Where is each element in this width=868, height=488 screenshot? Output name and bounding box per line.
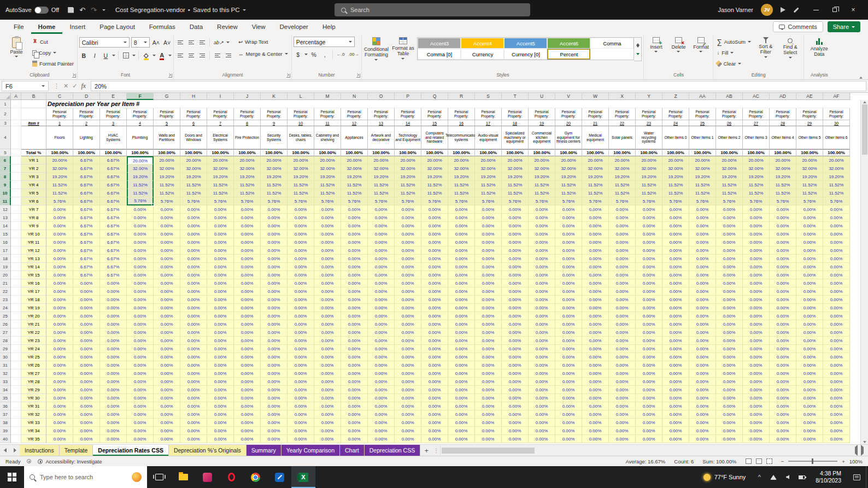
column-header-B[interactable]: B xyxy=(21,93,46,100)
cell-H9[interactable]: 11.52% xyxy=(180,181,207,189)
cell-T39[interactable]: 0.00% xyxy=(502,427,529,435)
cell-R11[interactable]: 5.76% xyxy=(448,197,475,205)
cell-N8[interactable]: 19.20% xyxy=(341,173,368,181)
cell-W32[interactable]: 0.00% xyxy=(582,369,609,378)
cell-E23[interactable]: 0.00% xyxy=(100,296,127,304)
cell[interactable] xyxy=(11,337,21,345)
insert-function-button[interactable]: fx xyxy=(81,82,86,90)
cell-V6[interactable]: 20.00% xyxy=(555,156,582,164)
cell-R6[interactable]: 20.00% xyxy=(448,156,475,164)
category-cell[interactable]: Other Items 1 xyxy=(689,126,716,149)
cell-C33[interactable]: 0.00% xyxy=(46,378,73,386)
cell-AB29[interactable]: 0.00% xyxy=(716,345,743,353)
cell-I14[interactable]: 0.00% xyxy=(207,222,234,230)
cell-I36[interactable]: 0.00% xyxy=(207,402,234,410)
cell-AC32[interactable]: 0.00% xyxy=(743,369,770,378)
cell-AE11[interactable]: 5.76% xyxy=(796,197,823,205)
column-header-Z[interactable]: Z xyxy=(662,93,689,100)
sheet-tab-yearly-comparison[interactable]: Yearly Comparison xyxy=(281,445,340,456)
cell-Z7[interactable]: 32.00% xyxy=(662,164,689,173)
cell[interactable] xyxy=(21,108,46,120)
cell-G38[interactable]: 0.00% xyxy=(154,419,180,427)
cell-P6[interactable]: 20.00% xyxy=(395,156,421,164)
cell-Z24[interactable]: 0.00% xyxy=(662,304,689,312)
cell-G20[interactable]: 0.00% xyxy=(154,271,180,279)
cell-D27[interactable]: 0.00% xyxy=(73,328,100,337)
cell-O23[interactable]: 0.00% xyxy=(368,296,395,304)
cell-P16[interactable]: 0.00% xyxy=(395,238,421,246)
cell-Y14[interactable]: 0.00% xyxy=(636,222,662,230)
cell-L23[interactable]: 0.00% xyxy=(288,296,314,304)
cell-G27[interactable]: 0.00% xyxy=(154,328,180,337)
clear-button[interactable]: Clear xyxy=(715,58,752,69)
cell-AB32[interactable]: 0.00% xyxy=(716,369,743,378)
cell-AA12[interactable]: 0.00% xyxy=(689,205,716,214)
cell-X26[interactable]: 0.00% xyxy=(609,320,636,328)
cell-T29[interactable]: 0.00% xyxy=(502,345,529,353)
cell[interactable] xyxy=(11,328,21,337)
align-center-button[interactable] xyxy=(186,50,196,61)
column-header-F[interactable]: F xyxy=(127,93,154,100)
cell-X34[interactable]: 0.00% xyxy=(609,386,636,394)
cell-D10[interactable]: 6.67% xyxy=(73,189,100,197)
year-label-cell[interactable]: YR 23 xyxy=(21,337,46,345)
cell-Z36[interactable]: 0.00% xyxy=(662,402,689,410)
cell-K10[interactable]: 11.52% xyxy=(261,189,288,197)
cell-S31[interactable]: 0.00% xyxy=(475,361,502,369)
cell-Q9[interactable]: 11.52% xyxy=(421,181,448,189)
cell-AD13[interactable]: 0.00% xyxy=(770,214,796,222)
cell-Q20[interactable]: 0.00% xyxy=(421,271,448,279)
cell-Z12[interactable]: 0.00% xyxy=(662,205,689,214)
cell-O34[interactable]: 0.00% xyxy=(368,386,395,394)
row-header-33[interactable]: 33 xyxy=(0,378,11,386)
cell-AE39[interactable]: 0.00% xyxy=(796,427,823,435)
cell-O18[interactable]: 0.00% xyxy=(368,255,395,263)
category-cell[interactable]: Other Items 5 xyxy=(796,126,823,149)
cell-AF39[interactable]: 0.00% xyxy=(823,427,850,435)
cell-AB40[interactable]: 0.00% xyxy=(716,435,743,443)
cell-M30[interactable]: 0.00% xyxy=(314,353,341,361)
cell-V30[interactable]: 0.00% xyxy=(555,353,582,361)
cell-M15[interactable]: 0.00% xyxy=(314,230,341,238)
sort-filter-button[interactable]: Sort &Filter xyxy=(754,36,777,68)
cell-J9[interactable]: 11.52% xyxy=(234,181,261,189)
cell-AB20[interactable]: 0.00% xyxy=(716,271,743,279)
cell-U37[interactable]: 0.00% xyxy=(529,410,555,419)
cell[interactable] xyxy=(11,246,21,255)
cell-U35[interactable]: 0.00% xyxy=(529,394,555,402)
category-cell[interactable]: Audio-visual equipment xyxy=(475,126,502,149)
cell-Q12[interactable]: 0.00% xyxy=(421,205,448,214)
ink-icon[interactable] xyxy=(794,7,799,13)
cell-Y32[interactable]: 0.00% xyxy=(636,369,662,378)
cell-W40[interactable]: 0.00% xyxy=(582,435,609,443)
paste-button[interactable]: Paste xyxy=(4,36,29,68)
cell-V38[interactable]: 0.00% xyxy=(555,419,582,427)
cell-H17[interactable]: 0.00% xyxy=(180,246,207,255)
cell-E37[interactable]: 0.00% xyxy=(100,410,127,419)
cell-AE14[interactable]: 0.00% xyxy=(796,222,823,230)
cell-G7[interactable]: 32.00% xyxy=(154,164,180,173)
cell-Y18[interactable]: 0.00% xyxy=(636,255,662,263)
cell-Z39[interactable]: 0.00% xyxy=(662,427,689,435)
cell-AB21[interactable]: 0.00% xyxy=(716,279,743,287)
cell-S40[interactable]: 0.00% xyxy=(475,435,502,443)
cell-U24[interactable]: 0.00% xyxy=(529,304,555,312)
number-dialog-launcher[interactable] xyxy=(356,74,360,78)
cell-AE20[interactable]: 0.00% xyxy=(796,271,823,279)
cell[interactable] xyxy=(11,296,21,304)
cell-R17[interactable]: 0.00% xyxy=(448,246,475,255)
cell-F33[interactable]: 0.00% xyxy=(127,378,154,386)
cell[interactable] xyxy=(11,312,21,320)
cell-V35[interactable]: 0.00% xyxy=(555,394,582,402)
cut-button[interactable]: Cut xyxy=(31,37,75,47)
cell-J7[interactable]: 32.00% xyxy=(234,164,261,173)
cell-P34[interactable]: 0.00% xyxy=(395,386,421,394)
network-button[interactable] xyxy=(766,466,781,488)
cell-P31[interactable]: 0.00% xyxy=(395,361,421,369)
cell-H28[interactable]: 0.00% xyxy=(180,337,207,345)
category-cell[interactable]: Electrical Systems xyxy=(207,126,234,149)
cell-H36[interactable]: 0.00% xyxy=(180,402,207,410)
cell-L19[interactable]: 0.00% xyxy=(288,263,314,271)
cell-H38[interactable]: 0.00% xyxy=(180,419,207,427)
cell-AD31[interactable]: 0.00% xyxy=(770,361,796,369)
